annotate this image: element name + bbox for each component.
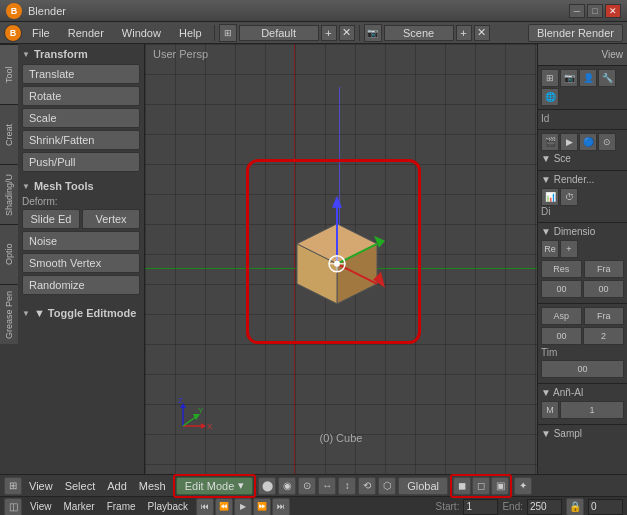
dimensio-btn[interactable]: + bbox=[560, 240, 578, 258]
transform-icon-1[interactable]: ↔ bbox=[318, 477, 336, 495]
translate-button[interactable]: Translate bbox=[22, 64, 140, 84]
render-icon-2[interactable]: ⏱ bbox=[560, 188, 578, 206]
blender-logo-btn[interactable]: B bbox=[4, 24, 22, 42]
axis-indicator-svg: X Z Y bbox=[173, 396, 213, 436]
grid-icon[interactable]: ⊞ bbox=[219, 24, 237, 42]
re-label[interactable]: Re bbox=[541, 240, 559, 258]
right-icon-2[interactable]: 📷 bbox=[560, 69, 578, 87]
render-icon-1[interactable]: 📊 bbox=[541, 188, 559, 206]
pivot-btn[interactable]: ⬤ bbox=[258, 477, 276, 495]
transform-icon-4[interactable]: ⬡ bbox=[378, 477, 396, 495]
maximize-button[interactable]: □ bbox=[587, 4, 603, 18]
menu-file[interactable]: File bbox=[24, 25, 58, 41]
menu-help[interactable]: Help bbox=[171, 25, 210, 41]
bottom-select[interactable]: Select bbox=[60, 478, 101, 494]
id-section: Id bbox=[538, 110, 627, 130]
antialias-title: ▼ Anñ-Al bbox=[541, 387, 624, 398]
asp-nums: 00 2 bbox=[541, 327, 624, 345]
dim-num-2: 00 bbox=[583, 280, 624, 298]
menu-window[interactable]: Window bbox=[114, 25, 169, 41]
scale-button[interactable]: Scale bbox=[22, 108, 140, 128]
bottom-view[interactable]: View bbox=[24, 478, 58, 494]
current-frame-field[interactable] bbox=[588, 499, 623, 515]
viewport-type-btn[interactable]: ⊞ bbox=[4, 477, 22, 495]
close-button[interactable]: ✕ bbox=[605, 4, 621, 18]
randomize-button[interactable]: Randomize bbox=[22, 275, 140, 295]
overlay-btn[interactable]: ✦ bbox=[514, 477, 532, 495]
smooth-vertex-button[interactable]: Smooth Vertex bbox=[22, 253, 140, 273]
right-icon-4[interactable]: 🔧 bbox=[598, 69, 616, 87]
tab-create[interactable]: Creat bbox=[0, 104, 18, 164]
snap-btn[interactable]: ◉ bbox=[278, 477, 296, 495]
right-icon-5[interactable]: 🌐 bbox=[541, 88, 559, 106]
toggle-triangle: ▼ bbox=[22, 309, 30, 318]
remove-scene-button[interactable]: ✕ bbox=[474, 25, 490, 41]
menu-render[interactable]: Render bbox=[60, 25, 112, 41]
right-icon-3[interactable]: 👤 bbox=[579, 69, 597, 87]
tab-tool[interactable]: Tool bbox=[0, 44, 18, 104]
title-bar: B Blender ─ □ ✕ bbox=[0, 0, 627, 22]
tab-shading[interactable]: Shading/U bbox=[0, 164, 18, 224]
sampl-title: ▼ Sampl bbox=[541, 428, 624, 439]
scene-icon-1[interactable]: 🎬 bbox=[541, 133, 559, 151]
lock-btn[interactable]: 🔒 bbox=[566, 498, 584, 516]
push-pull-button[interactable]: Push/Pull bbox=[22, 152, 140, 172]
tab-grease-pen[interactable]: Grease Pen bbox=[0, 284, 18, 344]
scene-select[interactable]: Scene bbox=[384, 25, 454, 41]
prev-frame-btn[interactable]: ⏪ bbox=[215, 498, 233, 516]
start-field[interactable] bbox=[463, 499, 498, 515]
right-icon-1[interactable]: ⊞ bbox=[541, 69, 559, 87]
remove-screen-button[interactable]: ✕ bbox=[339, 25, 355, 41]
tab-options[interactable]: Optio bbox=[0, 224, 18, 284]
scene-icon-3[interactable]: 🔵 bbox=[579, 133, 597, 151]
toggle-label: ▼ Toggle Editmode bbox=[34, 307, 136, 319]
transform-icon-2[interactable]: ↕ bbox=[338, 477, 356, 495]
timeline-playback[interactable]: Playback bbox=[144, 500, 193, 513]
engine-select[interactable]: Blender Render bbox=[528, 24, 623, 42]
skip-end-btn[interactable]: ⏭ bbox=[272, 498, 290, 516]
m-label[interactable]: M bbox=[541, 401, 559, 419]
scene-icon-4[interactable]: ⊙ bbox=[598, 133, 616, 151]
next-frame-btn[interactable]: ⏩ bbox=[253, 498, 271, 516]
svg-marker-14 bbox=[201, 423, 206, 429]
add-screen-button[interactable]: + bbox=[321, 25, 337, 41]
axis-indicator: X Z Y bbox=[173, 396, 213, 438]
play-btn[interactable]: ▶ bbox=[234, 498, 252, 516]
vertex-button[interactable]: Vertex bbox=[82, 209, 140, 229]
skip-start-btn[interactable]: ⏮ bbox=[196, 498, 214, 516]
minimize-button[interactable]: ─ bbox=[569, 4, 585, 18]
rotate-button[interactable]: Rotate bbox=[22, 86, 140, 106]
sampl-section: ▼ Sampl bbox=[538, 425, 627, 445]
bottom-add[interactable]: Add bbox=[102, 478, 132, 494]
render-section: ▼ Render... 📊 ⏱ Di bbox=[538, 171, 627, 223]
shading-select-border: ◼ ◻ ▣ bbox=[450, 474, 512, 498]
timeline-header: ◫ View Marker Frame Playback ⏮ ⏪ ▶ ⏩ ⏭ S… bbox=[0, 496, 627, 515]
timeline-type-btn[interactable]: ◫ bbox=[4, 498, 22, 516]
transform-icon-3[interactable]: ⟲ bbox=[358, 477, 376, 495]
screen-layout-select[interactable]: Default bbox=[239, 25, 319, 41]
timeline-transport: ⏮ ⏪ ▶ ⏩ ⏭ bbox=[196, 498, 290, 516]
timeline-marker[interactable]: Marker bbox=[60, 500, 99, 513]
shrink-fatten-button[interactable]: Shrink/Fatten bbox=[22, 130, 140, 150]
bottom-mesh[interactable]: Mesh bbox=[134, 478, 171, 494]
shading-wire[interactable]: ◻ bbox=[472, 477, 490, 495]
dim-num-1: 00 bbox=[541, 280, 582, 298]
scene-icon-2[interactable]: ▶ bbox=[560, 133, 578, 151]
end-field[interactable] bbox=[527, 499, 562, 515]
timeline-frame[interactable]: Frame bbox=[103, 500, 140, 513]
asp-num-2: 2 bbox=[583, 327, 624, 345]
shading-solid[interactable]: ◼ bbox=[453, 477, 471, 495]
add-scene-button[interactable]: + bbox=[456, 25, 472, 41]
global-button[interactable]: Global bbox=[398, 477, 448, 495]
id-label: Id bbox=[541, 113, 624, 124]
camera-icon[interactable]: 📷 bbox=[364, 24, 382, 42]
sce-title: ▼ Sce bbox=[541, 153, 624, 164]
shading-texture[interactable]: ▣ bbox=[491, 477, 509, 495]
left-tabs: Tool Creat Shading/U Optio Grease Pen bbox=[0, 44, 18, 474]
slide-ed-button[interactable]: Slide Ed bbox=[22, 209, 80, 229]
timeline-view[interactable]: View bbox=[26, 500, 56, 513]
viewport[interactable]: User Persp bbox=[145, 44, 537, 474]
proportional-btn[interactable]: ⊙ bbox=[298, 477, 316, 495]
edit-mode-button[interactable]: Edit Mode ▾ bbox=[176, 477, 254, 495]
noise-button[interactable]: Noise bbox=[22, 231, 140, 251]
